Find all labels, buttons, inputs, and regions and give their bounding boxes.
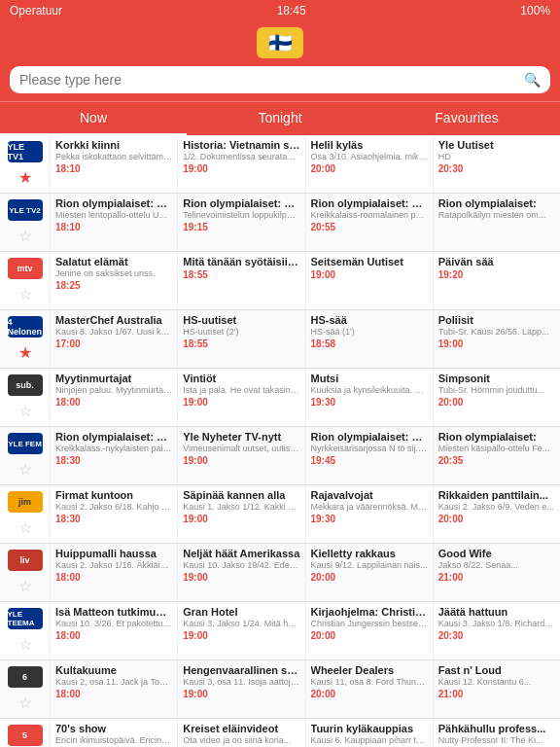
program-cell[interactable]: Rion olympialaiset: Nyrkk...Nyrkkeisaris… xyxy=(306,427,434,484)
program-title: Seitsemän Uutiset xyxy=(311,256,428,267)
tab-tonight[interactable]: Tonight xyxy=(187,102,373,135)
channel-row: liv☆Huippumalli haussaKausi 2. Jakso 1/1… xyxy=(0,544,560,602)
program-title: Rion olympialaiset: xyxy=(438,197,555,209)
favourite-star[interactable]: ☆ xyxy=(18,460,32,479)
program-title: Myytinmurtajat xyxy=(55,373,172,384)
program-cell[interactable]: VintiötIsta ja pala. He ovat takasin nuu… xyxy=(178,369,305,426)
program-title: HS-uutiset xyxy=(183,314,299,326)
search-input-wrap[interactable]: 🔍 xyxy=(10,66,550,93)
program-cell[interactable]: Rion olympialaiset: PainiKreikkalaiss-ro… xyxy=(306,194,434,251)
program-time: 20:30 xyxy=(438,630,555,641)
channel-row: mtv☆Salatut elämätJenine on saksikset un… xyxy=(0,252,560,310)
channel-logo-6: 6 xyxy=(8,666,43,688)
program-cell[interactable]: Rion olympialaiset:Ratapolkäilyn miesten… xyxy=(434,194,560,251)
program-title: Gran Hotel xyxy=(183,606,299,618)
program-cell[interactable]: Päivän sää19:20 xyxy=(434,252,560,309)
program-title: Huippumalli haussa xyxy=(55,548,172,559)
channel-logo-sub: sub. xyxy=(8,374,43,396)
program-cell[interactable]: HS-sääHS-sää (1')18:58 xyxy=(306,310,434,368)
program-cell[interactable]: KultakuumeKausi 2, osa 11. Jack ja Todd … xyxy=(51,660,178,718)
favourite-star[interactable]: ☆ xyxy=(18,635,32,654)
program-cell[interactable]: PoliisitTubi-Sr. Kausi 26/56. Lapp...19:… xyxy=(434,310,560,368)
program-time: 20:00 xyxy=(311,689,428,699)
program-cell[interactable]: Jäätä hattuunKausi 3. Jakso 1/8. Richard… xyxy=(434,602,560,659)
program-title: Tuurin kyläkauppias xyxy=(311,723,428,734)
program-time: 18:30 xyxy=(55,455,172,466)
program-cell[interactable]: Pähkähullu profess...Nutty Professor II:… xyxy=(434,719,560,747)
channel-row: 4 Nelonen★MasterChef AustraliaKausi 8. J… xyxy=(0,310,560,369)
channel-logo-tv2: YLE TV2 xyxy=(8,199,43,221)
program-cell[interactable]: Kielletty rakkausKausi 9/12. Lappilainan… xyxy=(306,544,434,601)
program-cell[interactable]: Huippumalli haussaKausi 2. Jakso 1/16. Ä… xyxy=(51,544,178,601)
program-cell[interactable]: Rion olympialaiset: Teline...Telinevoimi… xyxy=(178,194,305,251)
program-cell[interactable]: Neljät häät AmerikassaKausi 10. Jakso 19… xyxy=(178,544,305,601)
program-desc: Ericin ikimuistopäivä. Ericin syntymä... xyxy=(55,735,172,745)
program-cell[interactable]: RajavalvojatMekkara ja väärennöksä. MAF-… xyxy=(306,485,434,543)
program-cell[interactable]: Historia: Vietnamin sodan...1/2. Dokumen… xyxy=(178,135,305,193)
program-title: Säpinää kannen alla xyxy=(183,489,299,501)
program-cell[interactable]: Fast n' LoudKausi 12. Konstantu 6...21:0… xyxy=(434,660,560,718)
program-time: 19:00 xyxy=(183,163,299,174)
program-cell[interactable]: Tuurin kyläkauppiasKausi 6. Kauppiaan pi… xyxy=(306,719,434,747)
favourite-star[interactable]: ★ xyxy=(18,168,32,187)
program-cell[interactable]: MutsiKuuksia ja kynsileikkuuita. Christy… xyxy=(306,369,434,426)
program-time: 19:00 xyxy=(183,514,299,524)
favourite-star[interactable]: ☆ xyxy=(18,285,32,303)
favourite-star[interactable]: ☆ xyxy=(18,518,32,537)
program-cell[interactable]: Hengenvaarallinen saalisKausi 3, osa 11.… xyxy=(178,660,305,718)
channel-logo-col: liv☆ xyxy=(0,544,51,601)
program-title: 70's show xyxy=(55,723,172,734)
channel-row: 6☆KultakuumeKausi 2, osa 11. Jack ja Tod… xyxy=(0,660,560,719)
programs-row: Firmat kuntoonKausi 2. Jakso 6/18. Kahjo… xyxy=(51,485,560,543)
program-cell[interactable]: Säpinää kannen allaKausi 1. Jakso 1/12. … xyxy=(178,485,305,543)
program-cell[interactable]: Good WifeJakso 8/22. Senaa...21:00 xyxy=(434,544,560,601)
channel-logo-jim: jim xyxy=(8,491,43,513)
program-cell[interactable]: Yle UutisetHD20:30 xyxy=(434,135,560,193)
program-cell[interactable]: Rion olympialaiset:Miesten käsipallo-ott… xyxy=(434,427,560,484)
program-cell[interactable]: Kirjaohjelma: Christian Ju...Christian J… xyxy=(306,602,434,659)
program-cell[interactable]: MasterChef AustraliaKausi 8. Jakso 1/67.… xyxy=(51,310,178,368)
program-cell[interactable]: Salatut elämätJenine on saksikset unss.1… xyxy=(51,252,178,309)
program-cell[interactable]: 70's showEricin ikimuistopäivä. Ericin s… xyxy=(51,719,178,747)
program-cell[interactable]: SimpsonitTubi-Sr. Hömmin jouduttu...20:0… xyxy=(434,369,560,426)
program-cell[interactable]: Kreiset eläinvideotOta video ja oo siinä… xyxy=(178,719,305,747)
program-cell[interactable]: Gran HotelKausi 3. Jakso 1/24. Mitä hote… xyxy=(178,602,305,659)
program-desc: Kausi 2, osa 11. Jack ja Todd Hoffma... xyxy=(55,677,172,687)
program-cell[interactable]: Rion olympialaiset: Lento...Miesten lent… xyxy=(51,194,178,251)
favourite-star[interactable]: ☆ xyxy=(18,227,32,245)
time-label: 18:45 xyxy=(277,4,306,18)
program-desc: Kausi 2. Jakso 1/16. Äkkiäimmittely... xyxy=(55,560,172,570)
favourite-star[interactable]: ☆ xyxy=(18,577,32,595)
channel-logo-col: YLE FEM☆ xyxy=(0,427,51,484)
favourite-star[interactable]: ☆ xyxy=(18,694,32,712)
program-cell[interactable]: Firmat kuntoonKausi 2. Jakso 6/18. Kahjo… xyxy=(51,485,178,543)
program-title: Rion olympialaiset: Lento... xyxy=(55,197,172,209)
program-cell[interactable]: Mitä tänään syötäisiin?18:55 xyxy=(178,252,305,309)
tab-favourites[interactable]: Favourites xyxy=(373,102,560,135)
program-cell[interactable]: Wheeler DealersKausi 11, osa 8. Ford Thu… xyxy=(306,660,434,718)
program-cell[interactable]: MyytinmurtajatNinjojen paluu. Myytinmurt… xyxy=(51,369,178,426)
program-desc: Christian Jungerssin bestsellerin alk... xyxy=(311,619,428,628)
program-cell[interactable]: Seitsemän Uutiset19:00 xyxy=(306,252,434,309)
program-desc: Kreikkalaiss-roomalainen painin loppu... xyxy=(311,210,428,220)
program-cell[interactable]: Isä Matteon tutkimuksiaKausi 10. 3/26. E… xyxy=(51,602,178,659)
program-cell[interactable]: Helil kyläsOsa 3/10. Asiaohjelmia, mikä … xyxy=(306,135,434,193)
program-desc: Kausi 10. 3/26. Et pakotettu. Isä Matt..… xyxy=(55,619,172,628)
favourite-star[interactable]: ☆ xyxy=(18,402,32,420)
search-input[interactable] xyxy=(19,72,524,88)
program-title: Rion olympialaiset: Paini,... xyxy=(55,431,172,443)
program-desc: Tubi-Sr. Hömmin jouduttu... xyxy=(438,385,555,395)
channel-logo-col: 4 Nelonen★ xyxy=(0,310,51,368)
program-cell[interactable]: Yle Nyheter TV-nyttVimeusenimalt uutset,… xyxy=(178,427,305,484)
program-desc: Kausi 1. Jakso 1/12. Kakki kannelle. S..… xyxy=(183,502,299,512)
programs-row: KultakuumeKausi 2, osa 11. Jack ja Todd … xyxy=(51,660,560,718)
program-cell[interactable]: Rikkaiden panttilain...Kausi 2. Jakso 6/… xyxy=(434,485,560,543)
program-cell[interactable]: Rion olympialaiset: Paini,...Kreikkalass… xyxy=(51,427,178,484)
program-time: 19:00 xyxy=(183,689,299,699)
program-cell[interactable]: HS-uutisetHS-uutiset (2')18:55 xyxy=(178,310,305,368)
program-time: 19:00 xyxy=(438,338,555,349)
program-cell[interactable]: Korkki kiinniPekka iskokattaon selvittäm… xyxy=(51,135,178,193)
tab-now[interactable]: Now xyxy=(0,102,187,135)
channel-row: YLE TEEMA☆Isä Matteon tutkimuksiaKausi 1… xyxy=(0,602,560,660)
favourite-star[interactable]: ★ xyxy=(18,343,32,362)
